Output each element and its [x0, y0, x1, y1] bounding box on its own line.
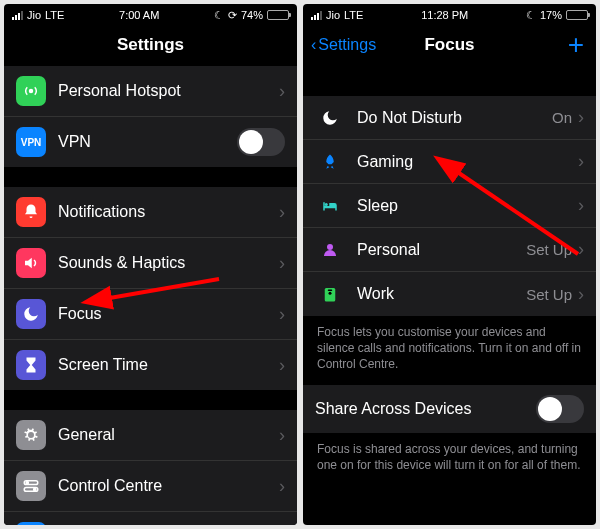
clock: 11:28 PM	[421, 9, 468, 21]
row-label: Personal	[357, 241, 526, 259]
nav-bar: ‹ Settings Focus +	[303, 24, 596, 66]
row-detail: Set Up	[526, 241, 572, 258]
add-button[interactable]: +	[568, 31, 584, 59]
settings-row-vpn[interactable]: VPNVPN	[4, 117, 297, 167]
settings-row-general[interactable]: General›	[4, 410, 297, 461]
bed-icon	[315, 197, 345, 215]
row-label: Gaming	[357, 153, 578, 171]
clock: 7:00 AM	[119, 9, 159, 21]
hourglass-icon	[16, 350, 46, 380]
svg-point-0	[30, 90, 33, 93]
settings-row-display-brightness[interactable]: AADisplay & Brightness›	[4, 512, 297, 525]
battery-pct: 74%	[241, 9, 263, 21]
chevron-right-icon: ›	[279, 425, 285, 446]
back-label: Settings	[318, 36, 376, 54]
settings-row-personal-hotspot[interactable]: Personal Hotspot›	[4, 66, 297, 117]
chevron-left-icon: ‹	[311, 36, 316, 54]
row-label: Control Centre	[58, 477, 279, 495]
row-label: Do Not Disturb	[357, 109, 552, 127]
chevron-right-icon: ›	[279, 202, 285, 223]
hotspot-icon	[16, 76, 46, 106]
moon-icon	[315, 109, 345, 127]
svg-point-6	[325, 203, 328, 206]
row-detail: Set Up	[526, 286, 572, 303]
switches-icon	[16, 471, 46, 501]
carrier: Jio	[326, 9, 340, 21]
dnd-moon-icon: ☾	[214, 9, 224, 22]
row-label: Personal Hotspot	[58, 82, 279, 100]
row-detail: On	[552, 109, 572, 126]
row-label: Focus	[58, 305, 279, 323]
settings-row-screen-time[interactable]: Screen Time›	[4, 340, 297, 390]
chevron-right-icon: ›	[578, 151, 584, 172]
settings-row-focus[interactable]: Focus›	[4, 289, 297, 340]
battery-pct: 17%	[540, 9, 562, 21]
settings-row-sounds-haptics[interactable]: Sounds & Haptics›	[4, 238, 297, 289]
row-label: Sounds & Haptics	[58, 254, 279, 272]
focus-row-work[interactable]: WorkSet Up›	[303, 272, 596, 316]
sound-icon	[16, 248, 46, 278]
row-label: VPN	[58, 133, 237, 151]
row-label: Screen Time	[58, 356, 279, 374]
nav-bar: Settings	[4, 24, 297, 66]
row-label: Notifications	[58, 203, 279, 221]
svg-point-4	[34, 488, 36, 490]
status-bar: Jio LTE 11:28 PM ☾ 17%	[303, 4, 596, 24]
page-title: Settings	[117, 35, 184, 55]
signal-icon	[311, 11, 322, 20]
battery-icon	[267, 10, 289, 20]
status-bar: Jio LTE 7:00 AM ☾ ⟳ 74%	[4, 4, 297, 24]
moon-icon	[16, 299, 46, 329]
bell-icon	[16, 197, 46, 227]
chevron-right-icon: ›	[279, 355, 285, 376]
row-label: General	[58, 426, 279, 444]
vpn-icon: VPN	[16, 127, 46, 157]
focus-row-sleep[interactable]: Sleep›	[303, 184, 596, 228]
chevron-right-icon: ›	[279, 81, 285, 102]
settings-row-control-centre[interactable]: Control Centre›	[4, 461, 297, 512]
chevron-right-icon: ›	[578, 107, 584, 128]
carrier: Jio	[27, 9, 41, 21]
settings-screen: Jio LTE 7:00 AM ☾ ⟳ 74% Settings Persona…	[4, 4, 297, 525]
row-label: Sleep	[357, 197, 578, 215]
svg-point-2	[26, 482, 28, 484]
row-label: Work	[357, 285, 526, 303]
footer-text: Focus is shared across your devices, and…	[303, 433, 596, 485]
share-label: Share Across Devices	[315, 400, 536, 418]
rotation-lock-icon: ⟳	[228, 9, 237, 22]
settings-row-notifications[interactable]: Notifications›	[4, 187, 297, 238]
svg-point-7	[327, 244, 333, 250]
chevron-right-icon: ›	[279, 253, 285, 274]
focus-row-do-not-disturb[interactable]: Do Not DisturbOn›	[303, 96, 596, 140]
svg-rect-10	[328, 290, 333, 292]
person-icon	[315, 241, 345, 259]
network: LTE	[344, 9, 363, 21]
dnd-moon-icon: ☾	[526, 9, 536, 22]
chevron-right-icon: ›	[578, 284, 584, 305]
footer-text: Focus lets you customise your devices an…	[303, 316, 596, 385]
chevron-right-icon: ›	[279, 304, 285, 325]
focus-screen: Jio LTE 11:28 PM ☾ 17% ‹ Settings Focus …	[303, 4, 596, 525]
chevron-right-icon: ›	[578, 195, 584, 216]
share-toggle[interactable]	[536, 395, 584, 423]
chevron-right-icon: ›	[279, 476, 285, 497]
aa-icon: AA	[16, 522, 46, 525]
focus-row-gaming[interactable]: Gaming›	[303, 140, 596, 184]
svg-point-9	[329, 292, 332, 295]
gear-icon	[16, 420, 46, 450]
vpn-toggle[interactable]	[237, 128, 285, 156]
badge-icon	[315, 285, 345, 303]
back-button[interactable]: ‹ Settings	[311, 36, 376, 54]
chevron-right-icon: ›	[578, 239, 584, 260]
battery-icon	[566, 10, 588, 20]
focus-row-personal[interactable]: PersonalSet Up›	[303, 228, 596, 272]
signal-icon	[12, 11, 23, 20]
rocket-icon	[315, 153, 345, 171]
network: LTE	[45, 9, 64, 21]
page-title: Focus	[424, 35, 474, 55]
share-across-devices-row[interactable]: Share Across Devices	[303, 385, 596, 433]
